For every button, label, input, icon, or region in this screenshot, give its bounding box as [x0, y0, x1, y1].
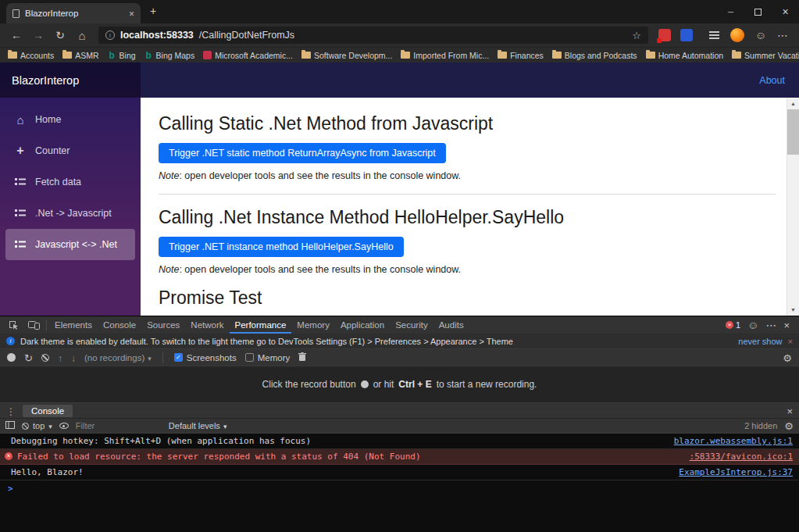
minimize-button[interactable] — [717, 0, 744, 23]
bookmark-item[interactable]: Summer Vacation — [732, 51, 799, 60]
tab-application[interactable]: Application — [335, 316, 390, 334]
tab-memory[interactable]: Memory — [291, 316, 335, 334]
save-profile-icon[interactable] — [71, 351, 76, 365]
never-show-link[interactable]: never show — [738, 337, 782, 346]
bookmark-item[interactable]: Accounts — [8, 51, 54, 60]
devtools-menu-button[interactable] — [765, 319, 776, 331]
scroll-up-icon[interactable] — [790, 98, 796, 109]
bookmark-item[interactable]: Imported From Mic... — [401, 51, 489, 60]
console-toolbar: top Default levels 2 hidden — [0, 418, 799, 434]
drawer-menu-icon[interactable] — [6, 404, 16, 418]
context-selector[interactable]: top — [22, 421, 52, 430]
close-button[interactable] — [772, 0, 799, 23]
drawer-close-button[interactable] — [787, 404, 793, 418]
trigger-instance-method-button[interactable]: Trigger .NET instance method HelloHelper… — [159, 237, 404, 257]
sidebar-item-home[interactable]: Home — [5, 104, 135, 135]
home-icon — [14, 113, 27, 127]
clear-recordings-icon[interactable] — [41, 354, 49, 362]
bookmark-item[interactable]: ASMR — [62, 51, 98, 60]
list-icon — [14, 177, 27, 187]
tab-title: BlazorInterop — [25, 9, 123, 18]
drawer-tab-console[interactable]: Console — [23, 405, 73, 417]
bookmark-item[interactable]: Bing — [108, 51, 136, 60]
reload-and-record-button[interactable] — [24, 351, 33, 365]
tab-security[interactable]: Security — [390, 316, 433, 334]
load-profile-icon[interactable] — [58, 351, 62, 365]
tab-close-icon[interactable] — [129, 6, 134, 20]
source-link[interactable]: blazor.webassembly.js:1 — [674, 436, 793, 446]
page-favicon-icon — [12, 9, 20, 18]
recordings-dropdown[interactable]: (no recordings) — [84, 353, 152, 362]
console-messages: Debugging hotkey: Shift+Alt+D (when appl… — [0, 434, 799, 532]
extension-red-icon[interactable] — [658, 29, 671, 41]
back-button[interactable] — [6, 26, 27, 45]
sidebar-item-fetch-data[interactable]: Fetch data — [5, 166, 135, 198]
source-link[interactable]: ExampleJsInterop.js:37 — [679, 467, 793, 477]
tab-network[interactable]: Network — [185, 316, 229, 334]
device-toolbar-icon[interactable] — [23, 320, 44, 330]
log-levels-dropdown[interactable]: Default levels — [169, 421, 227, 430]
maximize-button[interactable] — [744, 0, 772, 23]
scroll-down-icon[interactable] — [790, 304, 796, 316]
console-prompt[interactable] — [0, 480, 799, 497]
extension-blue-icon[interactable] — [680, 29, 693, 41]
site-favicon-icon — [203, 51, 212, 59]
bookmark-item[interactable]: Finances — [498, 51, 544, 60]
divider — [159, 194, 776, 195]
devtools-tab-bar: Elements Console Sources Network Perform… — [0, 316, 799, 334]
tab-performance[interactable]: Performance — [230, 316, 292, 334]
memory-checkbox[interactable]: Memory — [245, 353, 291, 362]
gear-icon[interactable] — [783, 351, 792, 365]
error-count-badge[interactable]: 1 — [726, 320, 740, 330]
source-link[interactable]: :58333/favicon.ico:1 — [690, 452, 793, 462]
sidebar-item-counter[interactable]: Counter — [5, 135, 135, 166]
infobar-dismiss-icon[interactable] — [788, 337, 793, 346]
folder-icon — [552, 52, 562, 59]
page-scrollbar[interactable] — [787, 98, 799, 316]
record-button[interactable] — [7, 353, 16, 362]
performance-hint: Click the record button or hit Ctrl + E … — [0, 366, 799, 402]
bookmark-item[interactable]: Blogs and Podcasts — [552, 51, 637, 60]
live-expression-eye-icon[interactable] — [59, 423, 69, 429]
trash-icon[interactable] — [298, 351, 306, 365]
refresh-button[interactable] — [50, 26, 70, 45]
screenshots-checkbox[interactable]: Screenshots — [174, 353, 237, 362]
checkbox-checked-icon — [174, 353, 183, 362]
app-content: About Calling Static .Net Method from Ja… — [141, 62, 799, 316]
browser-menu-button[interactable] — [772, 26, 793, 45]
console-settings-gear-icon[interactable] — [784, 420, 794, 432]
reading-list-icon[interactable] — [709, 31, 719, 33]
home-button[interactable] — [72, 26, 92, 45]
sidebar-item-js-to-net[interactable]: Javascript <-> .Net — [5, 229, 135, 260]
browser-tab[interactable]: BlazorInterop — [6, 3, 141, 23]
record-icon — [361, 380, 369, 388]
site-info-icon[interactable] — [105, 30, 115, 40]
bookmark-item[interactable]: Bing Maps — [144, 51, 195, 60]
forward-button[interactable] — [28, 26, 48, 45]
new-tab-button[interactable] — [150, 4, 156, 18]
sidebar-item-net-to-js[interactable]: .Net -> Javascript — [5, 198, 135, 229]
about-link[interactable]: About — [759, 75, 785, 86]
browser-window: BlazorInterop localhost:58333 /CallingDo… — [0, 0, 799, 532]
feedback-icon[interactable] — [747, 319, 758, 331]
chevron-down-icon — [223, 421, 227, 430]
console-sidebar-icon[interactable] — [5, 421, 15, 430]
tab-sources[interactable]: Sources — [141, 316, 185, 334]
feedback-smiley-icon[interactable] — [751, 26, 771, 45]
filter-input[interactable] — [76, 421, 162, 430]
devtools-close-button[interactable] — [783, 320, 790, 331]
inspect-element-icon[interactable] — [3, 320, 23, 330]
bookmark-item[interactable]: Software Developm... — [301, 51, 392, 60]
app-brand[interactable]: BlazorInterop — [0, 62, 141, 98]
trigger-static-method-button[interactable]: Trigger .NET static method ReturnArrayAs… — [159, 143, 446, 163]
bookmark-item[interactable]: Microsoft Academic... — [203, 51, 293, 60]
favorite-star-icon[interactable] — [632, 30, 641, 41]
profile-avatar[interactable] — [730, 28, 744, 42]
address-bar[interactable]: localhost:58333 /CallingDotNetFromJs — [98, 27, 648, 44]
tab-elements[interactable]: Elements — [49, 316, 98, 334]
tab-console[interactable]: Console — [98, 316, 141, 334]
bookmark-item[interactable]: Home Automation — [646, 51, 723, 60]
tab-audits[interactable]: Audits — [433, 316, 469, 334]
app-top-row: About — [141, 62, 799, 98]
scrollbar-thumb[interactable] — [787, 109, 799, 155]
